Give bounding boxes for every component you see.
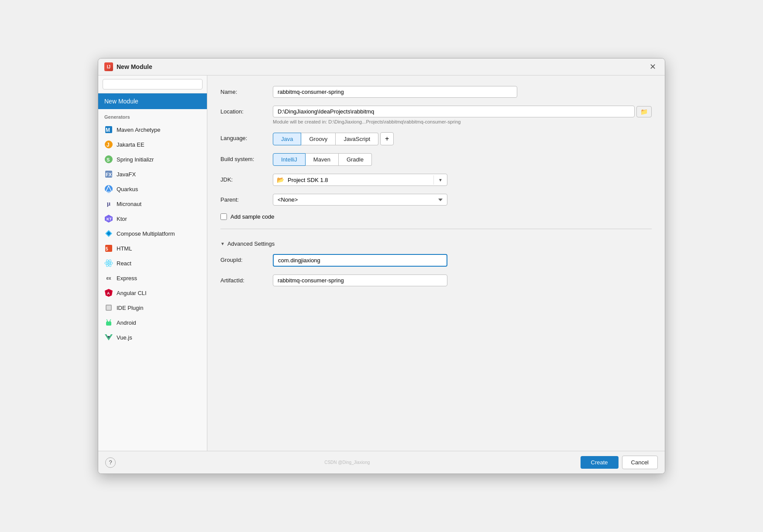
cancel-button[interactable]: Cancel [622, 456, 658, 469]
new-module-item[interactable]: New Module [98, 93, 207, 109]
artifactid-label: ArtifactId: [220, 275, 273, 284]
generator-list: M Maven Archetype J Jakarta EE S Spring … [98, 122, 207, 451]
folder-browse-button[interactable]: 📁 [636, 106, 652, 117]
jdk-label: JDK: [220, 174, 273, 183]
angular-cli-label: Angular CLI [117, 290, 147, 296]
jdk-field: 📂 Project SDK 1.8 ▼ [273, 174, 652, 186]
parent-label: Parent: [220, 194, 273, 203]
sidebar-item-jakarta-ee[interactable]: J Jakarta EE [98, 137, 207, 152]
jdk-select[interactable]: 📂 Project SDK 1.8 ▼ [273, 174, 447, 186]
search-input[interactable] [103, 79, 203, 89]
jakarta-ee-icon: J [104, 140, 113, 149]
javafx-label: JavaFX [117, 171, 136, 178]
jdk-folder-icon: 📂 [273, 174, 288, 185]
sample-code-row: Add sample code [220, 213, 652, 220]
spring-initializr-label: Spring Initializr [117, 156, 154, 163]
vuejs-label: Vue.js [117, 334, 132, 341]
svg-text:S: S [107, 157, 110, 162]
location-input-row: 📁 [273, 106, 652, 117]
sidebar-item-angular-cli[interactable]: A Angular CLI [98, 285, 207, 300]
add-sample-code-label[interactable]: Add sample code [230, 213, 274, 220]
vuejs-icon [104, 333, 113, 342]
parent-select[interactable]: <None> [273, 194, 447, 206]
sidebar-item-compose-multiplatform[interactable]: Compose Multiplatform [98, 226, 207, 241]
advanced-divider [220, 229, 652, 229]
create-button[interactable]: Create [581, 456, 619, 469]
jdk-dropdown-arrow[interactable]: ▼ [433, 175, 447, 185]
html-icon: 5 [104, 244, 113, 253]
build-intellij-button[interactable]: IntelliJ [273, 153, 306, 166]
sidebar-item-spring-initializr[interactable]: S Spring Initializr [98, 152, 207, 167]
build-system-button-group: IntelliJ Maven Gradle [273, 153, 652, 166]
groupid-row: GroupId: [220, 254, 652, 267]
location-input[interactable] [273, 106, 635, 117]
sidebar-item-maven-archetype[interactable]: M Maven Archetype [98, 122, 207, 137]
svg-point-26 [107, 321, 108, 322]
artifactid-field [273, 275, 652, 286]
sidebar-item-javafx[interactable]: FX JavaFX [98, 167, 207, 182]
language-java-button[interactable]: Java [273, 133, 301, 145]
sidebar-item-html[interactable]: 5 HTML [98, 241, 207, 256]
svg-text:J: J [107, 142, 110, 148]
language-field: Java Groovy JavaScript + [273, 132, 652, 145]
title-bar: IJ New Module ✕ [98, 58, 665, 76]
sidebar-item-ide-plugin[interactable]: IDE Plugin [98, 300, 207, 315]
close-button[interactable]: ✕ [647, 62, 659, 72]
android-label: Android [117, 319, 136, 326]
artifactid-input[interactable] [273, 275, 447, 286]
svg-text:5: 5 [106, 247, 108, 251]
svg-line-29 [110, 319, 111, 320]
sidebar-item-vuejs[interactable]: Vue.js [98, 330, 207, 345]
micronaut-icon: μ [104, 199, 113, 208]
build-system-field: IntelliJ Maven Gradle [273, 153, 652, 166]
search-bar [98, 76, 207, 93]
name-input[interactable] [273, 86, 517, 98]
build-gradle-button[interactable]: Gradle [339, 153, 372, 166]
parent-row: Parent: <None> [220, 194, 652, 206]
name-field [273, 86, 652, 98]
svg-rect-24 [107, 305, 111, 310]
build-system-row: Build system: IntelliJ Maven Gradle [220, 153, 652, 166]
sidebar: New Module Generators M Maven Archetype … [98, 76, 207, 451]
groupid-input[interactable] [273, 254, 447, 267]
language-groovy-button[interactable]: Groovy [301, 133, 336, 145]
generators-label: Generators [98, 109, 207, 122]
add-sample-code-checkbox[interactable] [220, 213, 227, 220]
sidebar-item-ktor[interactable]: KT Ktor [98, 211, 207, 226]
maven-archetype-icon: M [104, 125, 113, 134]
sidebar-item-micronaut[interactable]: μ Micronaut [98, 196, 207, 211]
express-label: Express [117, 275, 137, 281]
parent-field: <None> [273, 194, 652, 206]
sidebar-item-quarkus[interactable]: Quarkus [98, 182, 207, 196]
html-label: HTML [117, 245, 132, 252]
svg-text:M: M [106, 127, 110, 133]
groupid-label: GroupId: [220, 254, 273, 263]
app-icon: IJ [104, 62, 113, 71]
dialog-body: New Module Generators M Maven Archetype … [98, 76, 665, 451]
svg-line-28 [107, 319, 107, 320]
advanced-settings-toggle[interactable]: ▼ Advanced Settings [220, 236, 652, 254]
sidebar-item-android[interactable]: Android [98, 315, 207, 330]
help-button[interactable]: ? [105, 457, 116, 468]
title-bar-left: IJ New Module [104, 62, 152, 71]
maven-archetype-label: Maven Archetype [117, 127, 160, 133]
build-system-label: Build system: [220, 153, 273, 162]
language-javascript-button[interactable]: JavaScript [336, 133, 378, 145]
jdk-row: JDK: 📂 Project SDK 1.8 ▼ [220, 174, 652, 186]
compose-multiplatform-icon [104, 229, 113, 238]
new-module-dialog: IJ New Module ✕ New Module Generators M … [98, 58, 665, 474]
watermark: CSDN @Ding_Jiaxiong [324, 460, 371, 465]
sidebar-item-react[interactable]: React [98, 256, 207, 271]
location-row: Location: 📁 Module will be created in: D… [220, 106, 652, 124]
ktor-label: Ktor [117, 216, 127, 222]
jakarta-ee-label: Jakarta EE [117, 141, 144, 148]
sidebar-item-express[interactable]: ex Express [98, 271, 207, 285]
groupid-field [273, 254, 652, 267]
location-hint: Module will be created in: D:\DingJiaxio… [273, 119, 652, 124]
express-icon: ex [104, 274, 113, 282]
location-label: Location: [220, 106, 273, 115]
svg-text:FX: FX [106, 172, 112, 177]
add-language-button[interactable]: + [380, 132, 394, 145]
javafx-icon: FX [104, 170, 113, 178]
build-maven-button[interactable]: Maven [306, 153, 339, 166]
